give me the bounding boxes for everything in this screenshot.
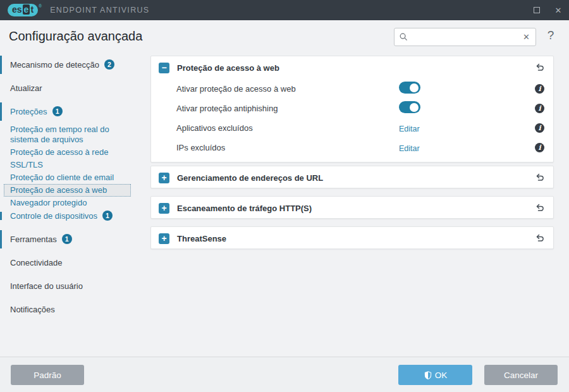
sidebar-item-label: Proteção em tempo real do sistema de arq… — [10, 125, 109, 144]
sidebar-item-mecanismo-de-deteccao[interactable]: Mecanismo de detecção2 — [0, 53, 150, 77]
setting-label: Ativar proteção de acesso à web — [176, 84, 399, 94]
sidebar-item-conectividade[interactable]: Conectividade — [0, 251, 150, 274]
sidebar-item-protecao-tempo-real[interactable]: Proteção em tempo real do sistema de arq… — [4, 123, 131, 146]
shield-icon — [424, 371, 432, 380]
close-button[interactable]: ✕ — [548, 0, 569, 20]
sidebar-item-label: Ferramentas — [10, 235, 57, 244]
sidebar-item-label: Proteção de acesso à web — [10, 185, 107, 195]
sidebar-item-protecao-acesso-rede[interactable]: Proteção de acesso à rede — [4, 146, 131, 159]
product-name: ENDPOINT ANTIVIRUS — [50, 6, 149, 15]
setting-row-ativar-antiphishing: Ativar proteção antiphishing i — [151, 99, 553, 118]
sidebar-item-label: Interface do usuário — [10, 281, 83, 291]
sidebar: Mecanismo de detecção2 Atualizar Proteçõ… — [0, 53, 150, 321]
toggle-ativar-protecao-web[interactable] — [399, 82, 420, 94]
sidebar-item-label: Notificações — [10, 305, 55, 314]
logo-text: es — [12, 4, 22, 15]
search-input[interactable] — [408, 32, 522, 42]
setting-label: Ativar proteção antiphishing — [176, 104, 399, 113]
default-button-label: Padrão — [34, 371, 61, 380]
sidebar-item-label: Conectividade — [10, 258, 62, 267]
section-header[interactable]: + ThreatSense — [151, 227, 553, 250]
undo-icon — [535, 173, 545, 183]
app-window: eset ® ENDPOINT ANTIVIRUS ✕ Configuração… — [0, 0, 569, 392]
info-icon[interactable]: i — [535, 123, 544, 133]
titlebar: eset ® ENDPOINT ANTIVIRUS ✕ — [0, 0, 569, 20]
sidebar-item-ssl-tls[interactable]: SSL/TLS — [4, 159, 131, 171]
toggle-knob — [410, 103, 419, 112]
search-clear-icon[interactable]: ✕ — [522, 32, 531, 42]
section-protecao-acesso-web: − Proteção de acesso à web Ativar proteç… — [150, 56, 554, 162]
setting-label: Aplicativos excluídos — [176, 123, 399, 133]
sidebar-item-controle-dispositivos[interactable]: Controle de dispositivos1 — [4, 209, 131, 223]
registered-mark: ® — [39, 4, 42, 9]
toggle-ativar-antiphishing[interactable] — [399, 101, 420, 113]
setting-row-aplicativos-excluidos: Aplicativos excluídos Editar i — [151, 118, 553, 138]
search-box[interactable]: ✕ — [394, 28, 536, 46]
collapse-icon[interactable]: − — [159, 63, 169, 73]
sidebar-item-protecao-acesso-web[interactable]: Proteção de acesso à web — [4, 184, 131, 197]
section-escaneamento-http: + Escaneamento de tráfego HTTP(S) — [150, 196, 554, 219]
section-title: ThreatSense — [177, 234, 226, 243]
revert-button[interactable] — [534, 202, 546, 214]
expand-icon[interactable]: + — [159, 233, 169, 244]
sidebar-item-label: Navegador protegido — [10, 198, 87, 207]
count-badge: 1 — [62, 234, 72, 244]
count-badge: 1 — [102, 211, 113, 221]
sidebar-item-ferramentas[interactable]: Ferramentas1 — [0, 228, 150, 251]
setting-row-ips-excluidos: IPs excluídos Editar i — [151, 138, 553, 157]
ok-button-label: OK — [435, 371, 448, 380]
undo-icon — [535, 203, 545, 213]
sidebar-item-label: Proteção do cliente de email — [10, 173, 114, 182]
sidebar-item-interface-usuario[interactable]: Interface do usuário — [0, 274, 150, 298]
ok-button[interactable]: OK — [398, 365, 472, 385]
cancel-button[interactable]: Cancelar — [484, 365, 558, 385]
sidebar-item-label: Proteções — [10, 107, 47, 116]
count-badge: 2 — [104, 59, 114, 70]
section-header[interactable]: − Proteção de acesso à web — [151, 56, 553, 79]
expand-icon[interactable]: + — [159, 203, 169, 214]
search-icon — [399, 32, 408, 42]
sidebar-item-label: Proteção de acesso à rede — [10, 147, 108, 157]
eset-logo-pill: eset — [8, 4, 38, 16]
sidebar-item-atualizar[interactable]: Atualizar — [0, 77, 150, 100]
edit-link-ips[interactable]: Editar — [399, 144, 420, 153]
undo-icon — [535, 233, 545, 243]
count-badge: 1 — [52, 106, 63, 116]
maximize-icon — [534, 7, 540, 13]
section-threatsense: + ThreatSense — [150, 226, 554, 249]
info-icon[interactable]: i — [535, 104, 544, 113]
setting-row-ativar-protecao-web: Ativar proteção de acesso à web i — [151, 79, 553, 99]
page-title: Configuração avançada — [9, 29, 142, 44]
section-header[interactable]: + Gerenciamento de endereços de URL — [151, 166, 553, 189]
window-controls: ✕ — [526, 0, 569, 20]
undo-icon — [535, 63, 545, 73]
section-title: Escaneamento de tráfego HTTP(S) — [177, 204, 312, 213]
logo-text: t — [30, 4, 34, 15]
revert-button[interactable] — [534, 233, 546, 244]
sidebar-item-notificacoes[interactable]: Notificações — [0, 298, 150, 321]
sidebar-item-label: Atualizar — [10, 83, 42, 93]
sidebar-item-label: SSL/TLS — [10, 160, 43, 169]
revert-button[interactable] — [534, 172, 546, 183]
sidebar-item-label: Mecanismo de detecção — [10, 60, 99, 70]
section-title: Proteção de acesso à web — [177, 63, 279, 73]
sidebar-item-label: Controle de dispositivos — [10, 211, 97, 221]
sidebar-item-protecao-cliente-email[interactable]: Proteção do cliente de email — [4, 171, 131, 184]
info-icon[interactable]: i — [535, 143, 544, 152]
section-header[interactable]: + Escaneamento de tráfego HTTP(S) — [151, 197, 553, 219]
expand-icon[interactable]: + — [159, 173, 169, 183]
default-button[interactable]: Padrão — [11, 365, 84, 385]
sidebar-item-navegador-protegido[interactable]: Navegador protegido — [4, 197, 131, 209]
help-icon[interactable]: ? — [544, 28, 558, 42]
sidebar-item-protecoes[interactable]: Proteções1 — [0, 100, 150, 123]
info-icon[interactable]: i — [535, 84, 544, 94]
logo-text: e — [23, 4, 30, 15]
revert-button[interactable] — [534, 62, 546, 73]
section-gerenciamento-url: + Gerenciamento de endereços de URL — [150, 166, 554, 188]
close-icon: ✕ — [555, 6, 562, 15]
edit-link-aplicativos[interactable]: Editar — [399, 125, 420, 133]
maximize-button[interactable] — [526, 0, 548, 20]
footer-bar: Padrão OK Cancelar — [0, 357, 569, 392]
setting-label: IPs excluídos — [176, 143, 399, 152]
cancel-button-label: Cancelar — [504, 371, 538, 380]
